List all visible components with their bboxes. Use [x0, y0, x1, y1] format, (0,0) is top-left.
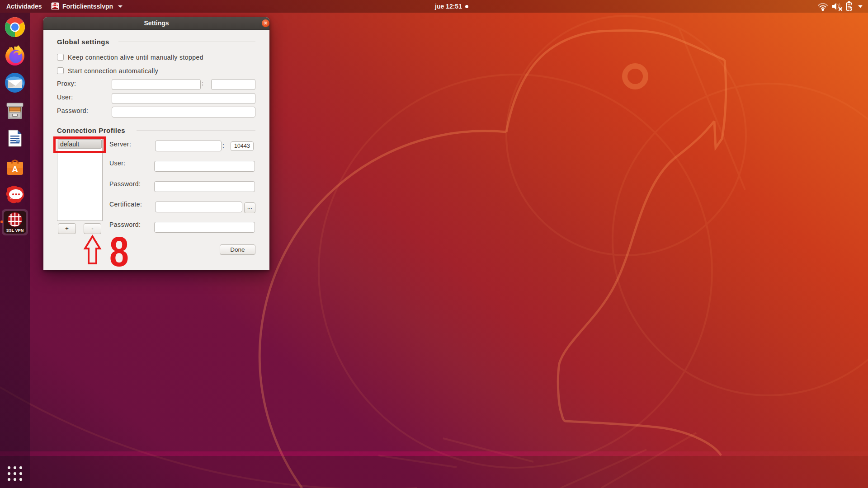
svg-text:A: A: [12, 164, 18, 174]
svg-text:SSL VPN: SSL VPN: [6, 228, 24, 233]
